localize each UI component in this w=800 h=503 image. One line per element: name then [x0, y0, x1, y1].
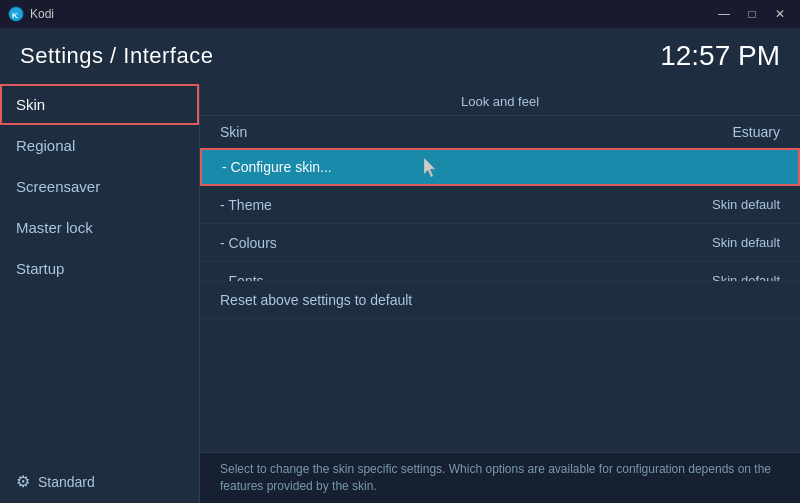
section-header: Look and feel: [200, 84, 800, 116]
theme-value: Skin default: [712, 197, 780, 212]
fonts-value: Skin default: [712, 273, 780, 281]
configure-skin-label: - Configure skin...: [222, 159, 332, 175]
clock-display: 12:57 PM: [660, 40, 780, 72]
header: Settings / Interface 12:57 PM: [0, 28, 800, 84]
content-spacer: [200, 319, 800, 452]
settings-list: - Configure skin... - Theme Skin default…: [200, 148, 800, 281]
fonts-row[interactable]: - Fonts Skin default: [200, 262, 800, 281]
window-controls: — □ ✕: [712, 5, 792, 23]
sidebar-nav: Skin Regional Screensaver Master lock St…: [0, 84, 199, 289]
fonts-label: - Fonts: [220, 273, 264, 282]
close-button[interactable]: ✕: [768, 5, 792, 23]
cursor-icon: [424, 158, 438, 178]
theme-row[interactable]: - Theme Skin default: [200, 186, 800, 224]
info-bar: Select to change the skin specific setti…: [200, 452, 800, 503]
titlebar: K Kodi — □ ✕: [0, 0, 800, 28]
app-title: Kodi: [30, 7, 54, 21]
minimize-button[interactable]: —: [712, 5, 736, 23]
reset-label[interactable]: Reset above settings to default: [220, 292, 412, 308]
sidebar: Skin Regional Screensaver Master lock St…: [0, 84, 200, 503]
svg-text:K: K: [12, 11, 18, 20]
sidebar-item-skin[interactable]: Skin: [0, 84, 199, 125]
theme-label: - Theme: [220, 197, 272, 213]
colours-value: Skin default: [712, 235, 780, 250]
sidebar-footer[interactable]: ⚙ Standard: [0, 460, 199, 503]
svg-marker-2: [424, 158, 435, 177]
info-text: Select to change the skin specific setti…: [220, 462, 771, 493]
main-layout: Skin Regional Screensaver Master lock St…: [0, 84, 800, 503]
page-title: Settings / Interface: [20, 43, 213, 69]
sidebar-item-startup[interactable]: Startup: [0, 248, 199, 289]
sidebar-item-screensaver[interactable]: Screensaver: [0, 166, 199, 207]
skin-value: Estuary: [733, 124, 780, 140]
skin-header-row: Skin Estuary: [200, 116, 800, 148]
colours-row[interactable]: - Colours Skin default: [200, 224, 800, 262]
content-panel: Look and feel Skin Estuary - Configure s…: [200, 84, 800, 503]
sidebar-footer-label: Standard: [38, 474, 95, 490]
sidebar-item-regional[interactable]: Regional: [0, 125, 199, 166]
sidebar-item-masterlock[interactable]: Master lock: [0, 207, 199, 248]
titlebar-left: K Kodi: [8, 6, 54, 22]
colours-label: - Colours: [220, 235, 277, 251]
reset-row[interactable]: Reset above settings to default: [200, 281, 800, 319]
skin-label: Skin: [220, 124, 247, 140]
gear-icon: ⚙: [16, 472, 30, 491]
kodi-logo-icon: K: [8, 6, 24, 22]
maximize-button[interactable]: □: [740, 5, 764, 23]
configure-skin-row[interactable]: - Configure skin...: [200, 148, 800, 186]
